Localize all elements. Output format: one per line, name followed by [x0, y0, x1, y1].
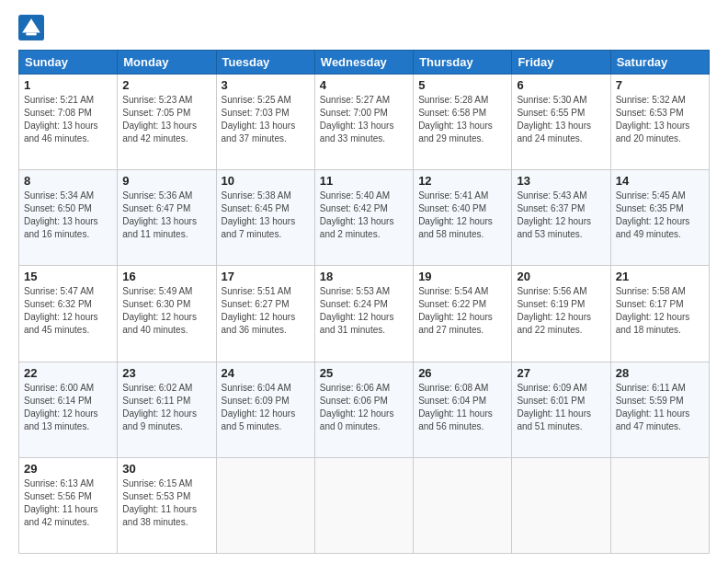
day-number: 20: [517, 270, 605, 283]
day-of-week-header: Monday: [118, 51, 216, 75]
calendar-cell: 15Sunrise: 5:47 AMSunset: 6:32 PMDayligh…: [19, 266, 118, 362]
day-number: 30: [122, 462, 210, 476]
day-number: 8: [24, 174, 112, 188]
logo-icon: [18, 15, 44, 40]
calendar-cell: 19Sunrise: 5:54 AMSunset: 6:22 PMDayligh…: [414, 266, 512, 362]
calendar-cell: 1Sunrise: 5:21 AMSunset: 7:08 PMDaylight…: [19, 75, 118, 170]
calendar-cell: 4Sunrise: 5:27 AMSunset: 7:00 PMDaylight…: [314, 75, 413, 170]
logo: [18, 15, 48, 40]
day-number: 3: [222, 78, 310, 92]
calendar-cell: [512, 457, 610, 553]
day-number: 19: [418, 270, 506, 283]
day-number: 29: [24, 462, 112, 476]
day-number: 24: [222, 366, 310, 380]
day-number: 25: [320, 366, 408, 380]
day-info: Sunrise: 5:21 AMSunset: 7:08 PMDaylight:…: [24, 94, 112, 145]
calendar-cell: 21Sunrise: 5:58 AMSunset: 6:17 PMDayligh…: [610, 266, 709, 362]
day-info: Sunrise: 5:25 AMSunset: 7:03 PMDaylight:…: [222, 94, 310, 145]
day-info: Sunrise: 6:08 AMSunset: 6:04 PMDaylight:…: [418, 382, 506, 433]
day-number: 13: [517, 174, 605, 188]
calendar-cell: 13Sunrise: 5:43 AMSunset: 6:37 PMDayligh…: [512, 170, 610, 266]
day-info: Sunrise: 5:41 AMSunset: 6:40 PMDaylight:…: [418, 190, 506, 241]
day-info: Sunrise: 6:15 AMSunset: 5:53 PMDaylight:…: [122, 477, 210, 529]
day-info: Sunrise: 5:49 AMSunset: 6:30 PMDaylight:…: [122, 285, 210, 337]
day-number: 10: [222, 174, 310, 188]
calendar-cell: 10Sunrise: 5:38 AMSunset: 6:45 PMDayligh…: [216, 170, 314, 266]
day-number: 9: [122, 174, 210, 188]
calendar-cell: [314, 457, 413, 553]
day-info: Sunrise: 6:13 AMSunset: 5:56 PMDaylight:…: [24, 477, 112, 529]
calendar-cell: 24Sunrise: 6:04 AMSunset: 6:09 PMDayligh…: [216, 362, 314, 457]
calendar-cell: 2Sunrise: 5:23 AMSunset: 7:05 PMDaylight…: [118, 75, 216, 170]
day-info: Sunrise: 6:11 AMSunset: 5:59 PMDaylight:…: [616, 382, 704, 433]
calendar-table: SundayMondayTuesdayWednesdayThursdayFrid…: [18, 50, 710, 554]
calendar-cell: 8Sunrise: 5:34 AMSunset: 6:50 PMDaylight…: [19, 170, 118, 266]
day-info: Sunrise: 5:34 AMSunset: 6:50 PMDaylight:…: [24, 190, 112, 241]
day-number: 7: [616, 78, 704, 92]
calendar-cell: 29Sunrise: 6:13 AMSunset: 5:56 PMDayligh…: [19, 457, 118, 553]
calendar-cell: 9Sunrise: 5:36 AMSunset: 6:47 PMDaylight…: [118, 170, 216, 266]
day-number: 26: [418, 366, 506, 380]
calendar-cell: 23Sunrise: 6:02 AMSunset: 6:11 PMDayligh…: [118, 362, 216, 457]
page-header: [18, 15, 710, 40]
day-info: Sunrise: 6:06 AMSunset: 6:06 PMDaylight:…: [320, 382, 408, 433]
day-number: 22: [24, 366, 112, 380]
calendar-cell: 27Sunrise: 6:09 AMSunset: 6:01 PMDayligh…: [512, 362, 610, 457]
calendar-cell: [610, 457, 709, 553]
day-info: Sunrise: 6:09 AMSunset: 6:01 PMDaylight:…: [517, 382, 605, 433]
day-info: Sunrise: 5:28 AMSunset: 6:58 PMDaylight:…: [418, 94, 506, 145]
day-info: Sunrise: 5:58 AMSunset: 6:17 PMDaylight:…: [616, 285, 704, 337]
day-number: 2: [122, 78, 210, 92]
calendar-cell: 14Sunrise: 5:45 AMSunset: 6:35 PMDayligh…: [610, 170, 709, 266]
day-info: Sunrise: 6:00 AMSunset: 6:14 PMDaylight:…: [24, 382, 112, 433]
day-info: Sunrise: 5:47 AMSunset: 6:32 PMDaylight:…: [24, 285, 112, 337]
day-info: Sunrise: 5:40 AMSunset: 6:42 PMDaylight:…: [320, 190, 408, 241]
calendar-cell: 7Sunrise: 5:32 AMSunset: 6:53 PMDaylight…: [610, 75, 709, 170]
day-number: 16: [122, 270, 210, 283]
day-info: Sunrise: 5:27 AMSunset: 7:00 PMDaylight:…: [320, 94, 408, 145]
day-number: 14: [616, 174, 704, 188]
day-of-week-header: Friday: [512, 51, 610, 75]
calendar-cell: 12Sunrise: 5:41 AMSunset: 6:40 PMDayligh…: [414, 170, 512, 266]
calendar-cell: 22Sunrise: 6:00 AMSunset: 6:14 PMDayligh…: [19, 362, 118, 457]
calendar-cell: 28Sunrise: 6:11 AMSunset: 5:59 PMDayligh…: [610, 362, 709, 457]
calendar-cell: 3Sunrise: 5:25 AMSunset: 7:03 PMDaylight…: [216, 75, 314, 170]
calendar-cell: 11Sunrise: 5:40 AMSunset: 6:42 PMDayligh…: [314, 170, 413, 266]
calendar-cell: 18Sunrise: 5:53 AMSunset: 6:24 PMDayligh…: [314, 266, 413, 362]
day-number: 6: [517, 78, 605, 92]
day-info: Sunrise: 5:23 AMSunset: 7:05 PMDaylight:…: [122, 94, 210, 145]
day-of-week-header: Sunday: [19, 51, 118, 75]
calendar-cell: [216, 457, 314, 553]
day-info: Sunrise: 5:54 AMSunset: 6:22 PMDaylight:…: [418, 285, 506, 337]
day-info: Sunrise: 5:45 AMSunset: 6:35 PMDaylight:…: [616, 190, 704, 241]
day-number: 1: [24, 78, 112, 92]
day-of-week-header: Tuesday: [216, 51, 314, 75]
day-number: 12: [418, 174, 506, 188]
calendar-cell: [414, 457, 512, 553]
day-info: Sunrise: 6:04 AMSunset: 6:09 PMDaylight:…: [222, 382, 310, 433]
calendar-cell: 6Sunrise: 5:30 AMSunset: 6:55 PMDaylight…: [512, 75, 610, 170]
svg-rect-2: [26, 33, 36, 36]
calendar-cell: 16Sunrise: 5:49 AMSunset: 6:30 PMDayligh…: [118, 266, 216, 362]
day-number: 5: [418, 78, 506, 92]
calendar-cell: 5Sunrise: 5:28 AMSunset: 6:58 PMDaylight…: [414, 75, 512, 170]
day-info: Sunrise: 5:43 AMSunset: 6:37 PMDaylight:…: [517, 190, 605, 241]
calendar-cell: 30Sunrise: 6:15 AMSunset: 5:53 PMDayligh…: [118, 457, 216, 553]
day-info: Sunrise: 5:38 AMSunset: 6:45 PMDaylight:…: [222, 190, 310, 241]
calendar-cell: 20Sunrise: 5:56 AMSunset: 6:19 PMDayligh…: [512, 266, 610, 362]
day-number: 18: [320, 270, 408, 283]
day-info: Sunrise: 5:36 AMSunset: 6:47 PMDaylight:…: [122, 190, 210, 241]
day-of-week-header: Thursday: [414, 51, 512, 75]
calendar-cell: 26Sunrise: 6:08 AMSunset: 6:04 PMDayligh…: [414, 362, 512, 457]
calendar-cell: 25Sunrise: 6:06 AMSunset: 6:06 PMDayligh…: [314, 362, 413, 457]
day-info: Sunrise: 5:56 AMSunset: 6:19 PMDaylight:…: [517, 285, 605, 337]
day-info: Sunrise: 5:51 AMSunset: 6:27 PMDaylight:…: [222, 285, 310, 337]
day-number: 17: [222, 270, 310, 283]
day-number: 15: [24, 270, 112, 283]
day-info: Sunrise: 5:53 AMSunset: 6:24 PMDaylight:…: [320, 285, 408, 337]
day-number: 4: [320, 78, 408, 92]
day-number: 27: [517, 366, 605, 380]
calendar-cell: 17Sunrise: 5:51 AMSunset: 6:27 PMDayligh…: [216, 266, 314, 362]
day-info: Sunrise: 5:32 AMSunset: 6:53 PMDaylight:…: [616, 94, 704, 145]
day-number: 23: [122, 366, 210, 380]
